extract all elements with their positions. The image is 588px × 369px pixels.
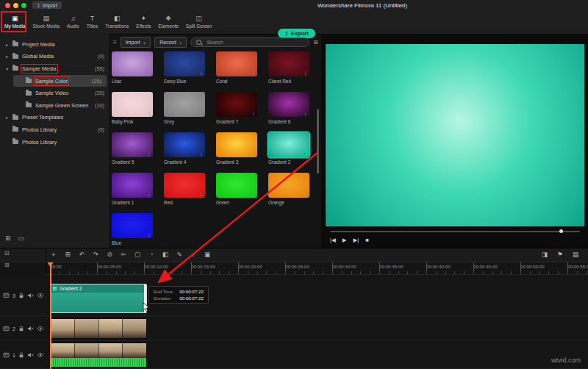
lock-icon[interactable] [18, 292, 24, 298]
play-button[interactable]: ▶ [343, 237, 347, 243]
record-dropdown[interactable]: Record ∨ [154, 37, 187, 48]
tab-split-screen[interactable]: ◫ Split Screen [182, 10, 216, 34]
seekbar-handle[interactable] [559, 229, 563, 233]
color-swatch[interactable]: ↓ ✓ [268, 92, 309, 117]
download-icon[interactable]: ↓ [148, 191, 151, 198]
import-dropdown[interactable]: Import ∨ [121, 37, 151, 48]
sidebar-item[interactable]: ▸ Project Media [0, 38, 110, 51]
track-type-icon[interactable] [3, 351, 10, 358]
color-swatch[interactable]: ↓ ✓ [216, 132, 257, 157]
chevron-icon[interactable]: ▸ [6, 54, 12, 59]
color-swatch[interactable]: ↓ ✓ [216, 51, 257, 76]
minimize-window-button[interactable] [13, 3, 18, 8]
sidebar-item[interactable]: Sample Color (25) [13, 75, 107, 87]
download-icon[interactable]: ↓ [252, 70, 255, 76]
download-icon[interactable]: ↓ [148, 232, 151, 238]
color-swatch[interactable]: ↓ ✓ [268, 173, 309, 198]
eye-icon[interactable] [37, 351, 44, 358]
track-row-2[interactable]: 2 [0, 316, 588, 341]
sidebar-item[interactable]: Sample Green Screen (10) [0, 99, 110, 112]
download-icon[interactable]: ↓ [200, 110, 203, 117]
color-swatch[interactable]: ↓ ✓ [216, 173, 257, 198]
media-item[interactable]: ↓ ✓ Grey [164, 92, 216, 132]
snapshot-icon[interactable]: ▤ [572, 251, 579, 259]
mute-icon[interactable] [27, 351, 34, 358]
split-icon[interactable]: ✂ [120, 251, 127, 259]
marker-icon[interactable]: ✎ [176, 251, 183, 259]
media-item[interactable]: ↓ ✓ Gradient 3 [216, 132, 268, 173]
preview-seekbar[interactable] [330, 231, 580, 232]
media-item[interactable]: ↓ ✓ Gradient 4 [164, 132, 216, 173]
tab-titles[interactable]: T Titles [83, 10, 102, 34]
track-row-3[interactable]: 3 Gradient 2 [0, 275, 588, 316]
tab-stock-media[interactable]: ▤ Stock Media [29, 10, 63, 34]
sidebar-item[interactable]: Photos Library (0) [0, 123, 110, 136]
color-swatch[interactable]: ↓ ✓ [164, 173, 205, 198]
color-swatch[interactable]: ↓ ✓ [216, 92, 257, 117]
media-item[interactable]: ↓ ✓ Gradient 6 [268, 92, 320, 132]
color-swatch[interactable]: ↓ ✓ [112, 213, 153, 238]
eye-icon[interactable] [37, 325, 44, 332]
timeline-clip-video-audio[interactable] [50, 343, 147, 368]
color-swatch[interactable]: ↓ ✓ [112, 173, 153, 198]
add-track-icon[interactable]: ⊞ [4, 262, 10, 268]
sidebar-item[interactable]: ▾ Sample Media (55) [0, 62, 110, 75]
chevron-icon[interactable]: ▾ [6, 66, 12, 71]
titlebar-import-button[interactable]: ↥ Import [32, 1, 62, 9]
tab-effects[interactable]: ✦ Effects [132, 10, 154, 34]
media-scrollbar[interactable] [317, 109, 319, 173]
mark-icon[interactable]: ⚑ [556, 251, 564, 259]
render-preview-icon[interactable]: ◨ [541, 251, 548, 259]
stop-button[interactable]: ■ [365, 237, 369, 243]
playhead[interactable] [50, 262, 51, 369]
media-item[interactable]: ↓ ✓ Green [216, 173, 268, 213]
track-type-icon[interactable] [3, 325, 10, 332]
snap-icon[interactable]: ⊞ [64, 251, 71, 259]
tab-audio[interactable]: ♫ Audio [63, 10, 83, 34]
media-item[interactable]: ↓ ✓ Deep Blue [164, 51, 216, 92]
sidebar-item[interactable]: ▸ Preset Templates [0, 112, 110, 124]
folder-icon[interactable]: ▭ [18, 234, 25, 242]
download-icon[interactable]: ↓ [304, 191, 307, 198]
lock-icon[interactable] [18, 325, 24, 332]
media-item[interactable]: ↓ ✓ Orange [268, 173, 320, 213]
view-options-icon[interactable]: ≡ [113, 39, 117, 46]
download-icon[interactable]: ↓ [148, 110, 151, 117]
chevron-icon[interactable]: ▸ [6, 115, 12, 120]
screen-record-icon[interactable]: ▣ [204, 251, 211, 259]
color-match-icon[interactable]: ◧ [162, 251, 169, 259]
new-folder-icon[interactable]: ⊞ [5, 234, 11, 242]
download-icon[interactable]: ↓ [200, 151, 203, 157]
media-item[interactable]: ↓ ✓ Red [164, 173, 216, 213]
sidebar-item[interactable]: Sample Video (20) [0, 87, 110, 99]
download-icon[interactable]: ↓ [148, 151, 151, 157]
download-icon[interactable]: ↓ [304, 110, 307, 117]
timeline-clip-video[interactable] [50, 318, 147, 339]
close-window-button[interactable] [5, 3, 10, 8]
media-item[interactable]: ↓ ✓ Claret Red [268, 51, 320, 92]
timeline-ruler[interactable]: 00:00 00:00:05:00 00:00:10:00 00:00:15:0… [44, 262, 588, 275]
media-item[interactable]: ↓ ✓ Blue [112, 213, 164, 248]
download-icon[interactable]: ↓ [200, 191, 203, 198]
undo-icon[interactable]: ↶ [78, 251, 85, 259]
sidebar-item[interactable]: Photos Library [0, 136, 110, 148]
mute-icon[interactable] [27, 292, 34, 298]
timeline-clip-gradient-2[interactable]: Gradient 2 [50, 284, 147, 313]
track-manager-icon[interactable]: ⊟ [4, 251, 10, 257]
chevron-icon[interactable]: ▸ [6, 42, 12, 47]
maximize-window-button[interactable] [21, 3, 26, 8]
track-row-1[interactable]: 1 [0, 341, 588, 369]
lock-icon[interactable] [18, 351, 24, 358]
tab-transitions[interactable]: ◧ Transitions [101, 10, 132, 34]
search-input[interactable] [205, 39, 304, 46]
eye-icon[interactable] [37, 292, 44, 298]
media-item[interactable]: ↓ ✓ Gradient 7 [216, 92, 268, 132]
media-item[interactable]: ↓ ✓ Gradient 1 [112, 173, 164, 213]
color-swatch[interactable]: ↓ ✓ [164, 132, 205, 157]
media-item[interactable]: ↓ ✓ Gradient 2 [268, 132, 320, 173]
pointer-icon[interactable]: ⌖ [50, 251, 57, 259]
download-icon[interactable]: ↓ [252, 151, 255, 157]
crop-icon[interactable]: ▢ [134, 251, 141, 259]
media-item[interactable]: ↓ ✓ Lilac [112, 51, 164, 92]
media-item[interactable]: ↓ ✓ Baby Pink [112, 92, 164, 132]
